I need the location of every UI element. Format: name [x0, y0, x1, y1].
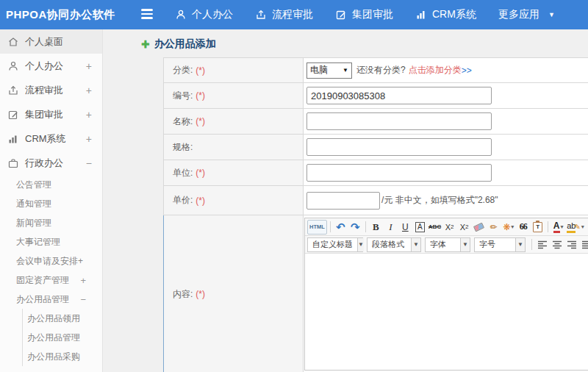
source-code-button[interactable]: HTML	[307, 220, 327, 235]
form-row-unit: 单位: (*)	[163, 160, 588, 186]
background-color-button[interactable]: ab✎▾	[566, 220, 585, 235]
sidebar-item-crm-system[interactable]: CRM系统 +	[0, 126, 102, 151]
form-row-name: 名称: (*)	[163, 109, 588, 135]
nav-label: 流程审批	[272, 8, 313, 21]
unit-input[interactable]	[306, 164, 492, 182]
editor-toolbar-row1: HTML ↶ ↷ B I U A ABC X2 X2	[305, 218, 588, 236]
process-icon	[7, 85, 19, 96]
add-category-link[interactable]: 点击添加分类	[409, 64, 462, 76]
category-label-cell: 分类: (*)	[164, 58, 304, 82]
sidebar-item-events-mgmt[interactable]: 大事记管理	[0, 232, 102, 251]
align-right-icon[interactable]	[564, 237, 578, 252]
nav-group-approval[interactable]: 集团审批	[335, 8, 393, 21]
blockquote-button[interactable]: 66	[516, 220, 530, 235]
expand-plus-icon[interactable]: +	[86, 109, 92, 121]
collapse-minus-icon[interactable]: −	[80, 294, 86, 305]
content-label-cell: 内容: (*)	[164, 215, 304, 372]
superscript-button[interactable]: X2	[442, 220, 456, 235]
form-row-code: 编号: (*)	[163, 83, 588, 109]
sidebar-item-announcement-mgmt[interactable]: 公告管理	[0, 175, 102, 194]
sidebar-item-process-approval[interactable]: 流程审批 +	[0, 78, 102, 102]
category-hint: 还没有分类?	[356, 64, 406, 76]
group-edit-icon	[335, 9, 347, 21]
nav-label: 集团审批	[352, 8, 393, 21]
redo-icon[interactable]: ↷	[348, 220, 362, 235]
align-center-icon[interactable]	[550, 237, 564, 252]
nav-process-approval[interactable]: 流程审批	[255, 8, 313, 21]
sidebar-item-meeting-mgmt[interactable]: 会议申请及安排+	[0, 251, 102, 271]
subscript-button[interactable]: X2	[457, 220, 471, 235]
align-left-icon[interactable]	[535, 237, 549, 252]
underline-button[interactable]: U	[398, 220, 412, 235]
nav-label: 更多应用	[498, 8, 539, 21]
paragraph-format-dropdown[interactable]: 段落格式 ▼	[367, 237, 421, 252]
hamburger-menu-icon[interactable]	[141, 9, 154, 21]
sidebar-item-personal-desktop[interactable]: 个人桌面	[0, 29, 102, 54]
format-brush-icon[interactable]: ✏	[487, 220, 501, 235]
paste-icon[interactable]: T	[531, 220, 545, 235]
chart-icon	[7, 133, 19, 145]
add-category-link-arrows[interactable]: >>	[462, 65, 472, 76]
app-logo: PHPOA协同办公软件	[6, 0, 115, 29]
pen-icon: ✎	[574, 223, 580, 231]
caret-down-icon: ▾	[511, 223, 514, 230]
dropdown-arrow-icon: ▼	[515, 238, 525, 251]
dropdown-arrow-icon: ▼	[357, 238, 364, 251]
page-title: ✚ 办公用品添加	[141, 37, 216, 51]
auto-format-icon[interactable]: ❋▾	[501, 220, 515, 235]
nav-crm-system[interactable]: CRM系统	[415, 8, 476, 21]
main-content: ✚ 办公用品添加 分类: (*) 电脑 ▼ 还没有分类? 点击添加分类 >>	[103, 29, 588, 372]
sidebar-item-label: CRM系统	[25, 132, 66, 146]
expand-plus-icon[interactable]: +	[86, 133, 92, 145]
spec-input[interactable]	[306, 138, 492, 156]
select-arrow-icon: ▼	[343, 67, 348, 74]
strikethrough-button[interactable]: ABC	[428, 220, 442, 235]
sidebar-item-group-approval[interactable]: 集团审批 +	[0, 102, 102, 126]
collapse-minus-icon[interactable]: −	[86, 157, 92, 169]
office-supplies-submenu: 办公用品领用 办公用品管理 办公用品采购	[22, 309, 102, 366]
caret-down-icon: ▾	[581, 223, 584, 230]
font-color-button[interactable]: A▾	[551, 220, 565, 235]
custom-title-dropdown[interactable]: 自定义标题 ▼	[307, 237, 363, 252]
expand-plus-icon[interactable]: +	[80, 275, 86, 286]
expand-plus-icon[interactable]: +	[86, 60, 92, 72]
sidebar-item-admin-office[interactable]: 行政办公 −	[0, 151, 102, 175]
user-icon	[175, 9, 187, 21]
nav-label: CRM系统	[432, 8, 476, 21]
form-row-category: 分类: (*) 电脑 ▼ 还没有分类? 点击添加分类 >>	[163, 58, 588, 83]
process-icon	[255, 9, 267, 21]
sidebar-item-personal-office[interactable]: 个人办公 +	[0, 54, 102, 78]
toolbar-separator	[365, 221, 366, 232]
category-select[interactable]: 电脑 ▼	[306, 62, 352, 79]
sidebar-item-fixed-assets-mgmt[interactable]: 固定资产管理 +	[0, 271, 102, 290]
sidebar-item-supplies-manage[interactable]: 办公用品管理	[23, 328, 102, 347]
required-mark: (*)	[196, 65, 205, 76]
italic-button[interactable]: I	[384, 220, 398, 235]
sidebar-item-news-mgmt[interactable]: 新闻管理	[0, 213, 102, 232]
remove-format-eraser-icon[interactable]	[472, 220, 486, 235]
font-family-dropdown[interactable]: 字体 ▼	[425, 237, 470, 252]
code-label-cell: 编号: (*)	[164, 83, 304, 108]
home-icon	[7, 36, 19, 48]
price-label-cell: 单价: (*)	[164, 186, 304, 215]
sidebar-item-supplies-claim[interactable]: 办公用品领用	[23, 309, 102, 328]
rich-text-editor: HTML ↶ ↷ B I U A ABC X2 X2	[304, 218, 588, 371]
sidebar-item-label: 流程审批	[25, 84, 63, 97]
crm-chart-icon	[415, 9, 427, 21]
char-border-button[interactable]: A	[413, 220, 427, 235]
name-label-cell: 名称: (*)	[164, 109, 304, 134]
editor-content-area[interactable]	[305, 254, 588, 370]
sidebar-item-office-supplies-mgmt[interactable]: 办公用品管理 −	[0, 290, 102, 309]
expand-plus-icon[interactable]: +	[86, 85, 92, 96]
nav-more-apps[interactable]: 更多应用 ▼	[498, 8, 555, 21]
code-input[interactable]	[306, 87, 492, 104]
name-input[interactable]	[306, 112, 492, 130]
undo-icon[interactable]: ↶	[334, 220, 348, 235]
font-size-dropdown[interactable]: 字号 ▼	[474, 237, 526, 252]
nav-personal-office[interactable]: 个人办公	[175, 8, 233, 21]
sidebar-item-supplies-purchase[interactable]: 办公用品采购	[23, 347, 102, 366]
align-justify-icon[interactable]	[579, 237, 588, 252]
bold-button[interactable]: B	[369, 220, 383, 235]
sidebar-item-notice-mgmt[interactable]: 通知管理	[0, 194, 102, 213]
price-input[interactable]	[306, 192, 380, 210]
